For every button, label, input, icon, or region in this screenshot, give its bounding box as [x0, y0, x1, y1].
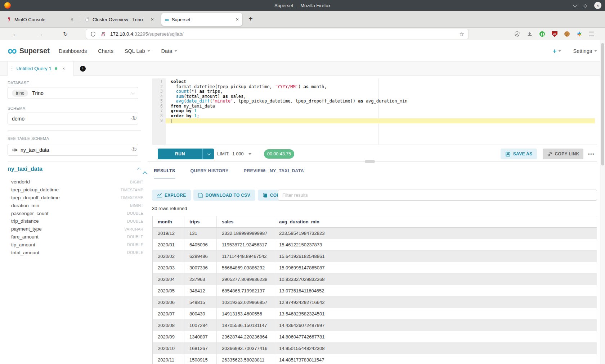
schema-column-row[interactable]: duration_minBIGINT [8, 201, 143, 209]
bookmark-star-icon[interactable]: ☆ [460, 31, 464, 37]
code-line[interactable]: select [166, 79, 595, 85]
query-tab-untitled[interactable]: Untitled Query 1 × [8, 62, 73, 76]
table-schema-card-header[interactable]: ny_taxi_data [8, 166, 141, 172]
column-type: DOUBLE [127, 211, 143, 215]
downloads-icon[interactable] [527, 31, 533, 37]
copy-link-button[interactable]: COPY LINK [543, 149, 583, 159]
settings-menu[interactable]: Settings [573, 48, 597, 54]
schema-column-row[interactable]: passenger_countDOUBLE [8, 209, 143, 217]
results-column-header[interactable]: avg_duration_min [274, 216, 597, 227]
schema-column-row[interactable]: trip_distanceDOUBLE [8, 217, 143, 225]
nav-item-dashboards[interactable]: Dashboards [59, 48, 87, 54]
table-row[interactable]: 2020/11150891526335623.5802881114.485173… [153, 354, 597, 364]
run-button-label[interactable]: RUN [158, 149, 203, 159]
schema-column-row[interactable]: total_amountDOUBLE [8, 249, 143, 256]
table-row[interactable]: 2020/10168126730366993.70037741614.95015… [153, 343, 597, 354]
schema-column-row[interactable]: vendoridBIGINT [8, 178, 143, 186]
code-line[interactable]: sum(total_amount) as sales, [166, 94, 595, 99]
cookie-extension-icon[interactable] [564, 31, 570, 37]
refresh-table-icon[interactable]: ↻ [132, 146, 137, 153]
table-select[interactable]: ny_taxi_data [8, 144, 138, 156]
download-csv-button[interactable]: DOWNLOAD TO CSV [193, 190, 255, 201]
schema-column-row[interactable]: tip_amountDOUBLE [8, 241, 143, 249]
query-tab-close-icon[interactable]: × [62, 66, 65, 71]
code-line[interactable]: from ny_taxi_data [166, 104, 595, 109]
code-line[interactable]: avg(date_diff('minute', tpep_pickup_date… [166, 99, 595, 104]
new-item-button[interactable]: + [552, 47, 561, 55]
reload-button[interactable]: ↻ [63, 28, 68, 40]
extension-colorful-icon[interactable] [577, 31, 582, 37]
ublock-icon[interactable]: uB [552, 31, 557, 37]
add-query-tab-button[interactable]: + [80, 66, 86, 72]
explore-label: EXPLORE [165, 193, 186, 198]
chevron-up-icon[interactable] [137, 168, 141, 172]
table-row[interactable]: 2020/016405096119538721.9245631715.46122… [153, 239, 597, 251]
window-maximize-icon[interactable]: ◇ [583, 3, 587, 8]
tab-close-icon[interactable]: × [236, 17, 239, 22]
explore-button[interactable]: EXPLORE [152, 190, 191, 201]
table-row[interactable]: 2020/026299486117114448.8946754215.64192… [153, 251, 597, 262]
more-options-button[interactable]: ••• [586, 149, 597, 159]
database-select[interactable]: trino Trino [8, 87, 138, 99]
limit-dropdown[interactable]: LIMIT: 1 000 [217, 149, 251, 159]
run-button[interactable]: RUN [158, 149, 214, 159]
refresh-schema-icon[interactable]: ↻ [132, 115, 137, 122]
code-line[interactable]: group by 1 [166, 109, 595, 114]
tab-close-icon[interactable]: × [71, 17, 73, 22]
code-line[interactable]: order by 1; [166, 114, 595, 119]
schema-column-row[interactable]: payment_typeVARCHAR [8, 225, 143, 233]
window-minimize-icon[interactable] [573, 3, 578, 7]
schema-column-row[interactable]: fare_amountDOUBLE [8, 233, 143, 241]
table-row[interactable]: 2019/121312332.1899999999987223.59541984… [153, 228, 597, 239]
browser-tab-minio[interactable]: MinIO Console × [3, 13, 77, 26]
table-row[interactable]: 2020/053484126854865.71998213713.0735164… [153, 285, 597, 297]
page-scrollbar[interactable] [600, 40, 605, 364]
filter-results-input[interactable] [278, 190, 597, 201]
url-host: 172.18.0.4 [110, 31, 133, 37]
url-bar[interactable]: 172.18.0.4:32295/superset/sqllab/ ☆ [86, 29, 469, 39]
nav-item-charts[interactable]: Charts [98, 48, 113, 54]
table-row[interactable]: 2020/0780043014913153.460055613.54682358… [153, 308, 597, 320]
pane-resize-handle[interactable] [365, 160, 375, 163]
table-row[interactable]: 2020/0654981510319263.02996685712.974924… [153, 297, 597, 308]
table-row[interactable]: 2020/09134089723628744.22023686414.80604… [153, 331, 597, 343]
url-text[interactable]: 172.18.0.4:32295/superset/sqllab/ [110, 31, 183, 37]
tab-results[interactable]: RESULTS [154, 168, 175, 178]
run-options-button[interactable] [203, 149, 214, 159]
table-row[interactable]: 2020/03300733656664869.0388629215.096995… [153, 262, 597, 274]
save-as-button[interactable]: SAVE AS [501, 149, 537, 159]
schema-select[interactable]: demo [8, 113, 138, 124]
new-tab-button[interactable]: + [248, 15, 253, 22]
editor-code[interactable]: select format_datetime(tpep_pickup_datet… [166, 78, 595, 145]
schema-column-row[interactable]: tpep_pickup_datetimeTIMESTAMP [8, 186, 143, 194]
extension-green-icon[interactable] [539, 31, 545, 37]
window-close-icon[interactable]: × [594, 2, 601, 9]
table-row[interactable]: 2020/08100728418705536.15013114714.43642… [153, 320, 597, 331]
table-row[interactable]: 2020/042379633905277.809993623810.833327… [153, 274, 597, 285]
menu-icon[interactable] [589, 32, 594, 36]
tab-preview[interactable]: PREVIEW: `NY_TAXI_DATA` [244, 168, 306, 178]
results-column-header[interactable]: trips [184, 216, 217, 227]
database-value: Trino [32, 90, 43, 96]
sql-editor[interactable]: 123456789 select format_datetime(tpep_pi… [152, 78, 597, 145]
protections-shield-icon[interactable] [514, 31, 520, 37]
back-button[interactable]: ← [12, 28, 18, 40]
code-line[interactable]: count(*) as trips, [166, 89, 595, 94]
results-column-header[interactable]: sales [217, 216, 274, 227]
shield-icon[interactable] [90, 31, 96, 37]
drag-handle-icon[interactable] [11, 67, 14, 71]
nav-item-data[interactable]: Data [161, 48, 178, 54]
results-column-header[interactable]: month [153, 216, 184, 227]
browser-tab-trino[interactable]: Cluster Overview - Trino × [81, 13, 157, 26]
code-line[interactable] [166, 118, 595, 123]
browser-tab-superset[interactable]: ∞ Superset × [161, 13, 242, 26]
tab-close-icon[interactable]: × [151, 17, 154, 22]
nav-item-sqllab[interactable]: SQL Lab [125, 48, 150, 54]
superset-logo[interactable]: ∞ Superset [8, 40, 50, 62]
results-tabs: RESULTS QUERY HISTORY PREVIEW: `NY_TAXI_… [154, 168, 306, 178]
tab-query-history[interactable]: QUERY HISTORY [191, 168, 229, 178]
insecure-lock-icon[interactable] [100, 31, 106, 37]
code-line[interactable]: format_datetime(tpep_pickup_datetime, 'Y… [166, 85, 595, 90]
scrollbar-thumb[interactable] [601, 43, 604, 165]
schema-column-row[interactable]: tpep_dropoff_datetimeTIMESTAMP [8, 194, 143, 202]
